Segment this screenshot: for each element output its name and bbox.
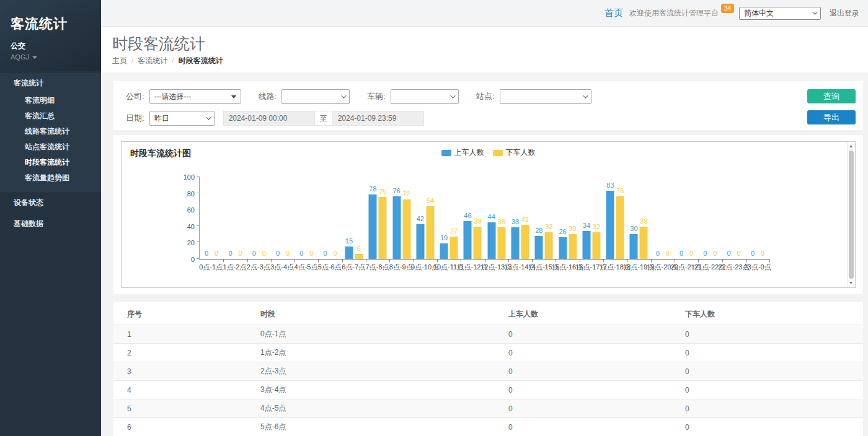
sidebar-item-route-flow-stats[interactable]: 线路客流统计: [0, 124, 101, 139]
bar-value-label: 19: [440, 234, 448, 242]
station-label: 站点:: [476, 91, 495, 102]
alighting-bar[interactable]: [426, 206, 434, 259]
x-axis-labels: 0点-1点1点-2点2点-3点3点-4点4点-5点5点-6点6点-7点7点-8点…: [199, 263, 769, 271]
logout-link[interactable]: 退出登录: [830, 8, 859, 19]
chart-legend: 上车人数下车人数: [441, 147, 536, 158]
bar-value-label: 39: [640, 217, 647, 225]
bar-value-label: 42: [417, 215, 424, 223]
end-datetime-input[interactable]: [332, 111, 424, 126]
bar-value-label: 6: [357, 245, 361, 253]
breadcrumb-item[interactable]: 主页: [112, 56, 127, 65]
chart-category-slot: 00: [271, 177, 294, 259]
query-button[interactable]: 查询: [807, 89, 856, 103]
start-datetime-input[interactable]: [223, 111, 315, 126]
scroll-up-icon[interactable]: ▲: [849, 142, 853, 150]
sidebar-item-device-status[interactable]: 设备状态: [0, 192, 101, 213]
vehicle-select[interactable]: [391, 89, 459, 104]
x-axis-label: 8点-9点: [389, 263, 413, 271]
alighting-bar[interactable]: [640, 227, 648, 259]
bar-value-label: 64: [427, 197, 434, 205]
filter-buttons: 查询 导出: [807, 89, 856, 124]
bar-value-label: 39: [474, 217, 481, 225]
alighting-bar[interactable]: [474, 227, 482, 259]
bar-value-label: 32: [593, 223, 600, 231]
bar-value-label: 0: [309, 250, 313, 258]
table-row[interactable]: 32点-3点00: [113, 362, 863, 381]
boarding-bar[interactable]: [630, 234, 638, 259]
alighting-bar[interactable]: [497, 227, 505, 259]
chart-category-slot: 00: [318, 177, 342, 259]
table-cell: 4点-5点: [247, 399, 495, 418]
y-axis-label: 100: [170, 173, 195, 181]
alighting-bar[interactable]: [545, 232, 553, 259]
company-select[interactable]: ---请选择---: [149, 89, 241, 104]
scroll-down-icon[interactable]: ▼: [849, 279, 853, 287]
page-content: 公司: ---请选择--- 线路: 车辆:: [101, 72, 868, 436]
table-row[interactable]: 21点-2点00: [113, 344, 863, 362]
x-axis-label: 7点-8点: [365, 263, 389, 271]
legend-item[interactable]: 下车人数: [493, 147, 536, 158]
table-row[interactable]: 54点-5点00: [113, 399, 863, 418]
sidebar-item-period-flow-stats[interactable]: 时段客流统计: [0, 155, 101, 170]
bar-value-label: 15: [345, 237, 353, 245]
sidebar-item-passenger-flow-stats[interactable]: 客流统计: [0, 73, 101, 93]
boarding-bar[interactable]: [582, 231, 590, 259]
boarding-bar[interactable]: [464, 221, 472, 259]
breadcrumb-item[interactable]: 客流统计: [138, 56, 167, 65]
boarding-bar[interactable]: [512, 227, 520, 259]
alighting-bar[interactable]: [379, 197, 387, 259]
boarding-bar[interactable]: [606, 191, 614, 259]
boarding-bar[interactable]: [345, 246, 353, 259]
boarding-bar[interactable]: [440, 243, 448, 259]
bar-value-label: 83: [606, 181, 614, 190]
period-stats-table: 序号时段上车人数下车人数 10点-1点0021点-2点0032点-3点0043点…: [113, 302, 863, 436]
y-axis-label: 40: [170, 223, 195, 230]
filter-row-selects: 公司: ---请选择--- 线路: 车辆:: [126, 89, 795, 104]
chart-category-slot: 2630: [556, 177, 579, 259]
alighting-bar[interactable]: [616, 196, 624, 259]
alighting-bar[interactable]: [355, 254, 363, 259]
table-cell: 0: [671, 399, 863, 418]
table-row[interactable]: 65点-6点00: [113, 418, 863, 436]
table-cell: 0: [671, 362, 863, 381]
sidebar-item-flow-trend-chart[interactable]: 客流量趋势图: [0, 170, 101, 186]
sidebar-logo-block: 客流统计 公交 AQGJ: [0, 0, 101, 71]
sidebar-item-flow-summary[interactable]: 客流汇总: [0, 108, 101, 124]
table-row[interactable]: 43点-4点00: [113, 381, 863, 399]
route-select[interactable]: [281, 89, 350, 104]
sidebar-item-flow-detail[interactable]: 客流明细: [0, 93, 101, 108]
org-code-dropdown[interactable]: AQGJ: [11, 53, 101, 61]
alighting-bar[interactable]: [450, 237, 458, 259]
legend-item[interactable]: 上车人数: [441, 147, 484, 158]
alighting-bar[interactable]: [402, 199, 410, 259]
x-axis-label: 4点-5点: [294, 263, 317, 271]
sidebar-item-base-data[interactable]: 基础数据: [0, 213, 101, 234]
language-select[interactable]: 简体中文: [739, 7, 821, 20]
page-title: 时段客流统计: [112, 35, 868, 52]
boarding-bar[interactable]: [559, 237, 567, 259]
sidebar-item-station-flow-stats[interactable]: 站点客流统计: [0, 139, 101, 155]
scrollbar-thumb[interactable]: [849, 150, 854, 279]
boarding-bar[interactable]: [416, 224, 424, 259]
boarding-bar[interactable]: [535, 236, 543, 259]
alighting-bar[interactable]: [521, 225, 529, 259]
boarding-bar[interactable]: [392, 196, 401, 259]
table-header-cell: 时段: [247, 302, 495, 325]
y-axis-tick: [197, 225, 200, 226]
y-axis-tick: [197, 258, 200, 259]
date-preset-select[interactable]: 昨日: [149, 111, 215, 126]
home-link[interactable]: 首页: [604, 7, 623, 19]
table-cell: 0: [495, 325, 671, 344]
station-select[interactable]: [500, 89, 591, 104]
breadcrumb: 主页/客流统计/时段客流统计: [112, 56, 868, 66]
alighting-bar[interactable]: [569, 234, 577, 259]
boarding-bar[interactable]: [487, 222, 495, 259]
export-button[interactable]: 导出: [807, 110, 856, 124]
boarding-bar[interactable]: [369, 194, 377, 259]
table-row[interactable]: 10点-1点00: [113, 325, 863, 344]
notification-badge[interactable]: 34: [721, 4, 734, 13]
alighting-bar[interactable]: [592, 232, 600, 259]
bar-value-label: 0: [238, 250, 242, 258]
chart-scrollbar[interactable]: ▲ ▼: [847, 142, 854, 287]
table-header-cell: 上车人数: [495, 302, 671, 325]
